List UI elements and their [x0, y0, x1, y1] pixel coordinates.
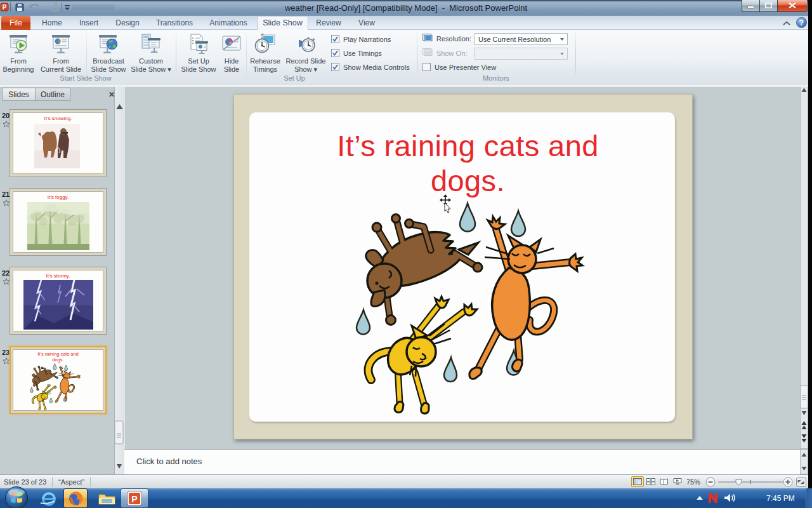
svg-text:P: P: [3, 4, 7, 11]
svg-text:P: P: [131, 494, 137, 504]
